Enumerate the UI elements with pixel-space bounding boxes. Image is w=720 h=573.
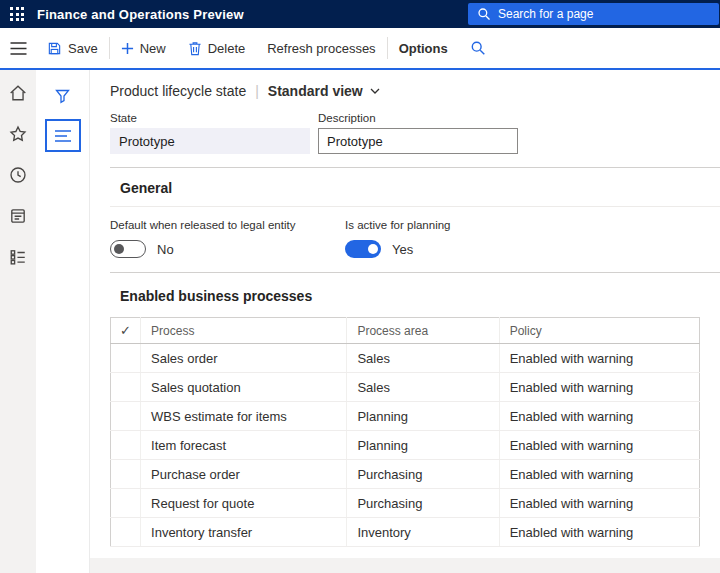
bottom-scrollbar-track[interactable] bbox=[90, 558, 720, 573]
process-area-cell[interactable]: Purchasing bbox=[347, 489, 499, 518]
toggle-knob bbox=[114, 244, 124, 254]
trash-icon bbox=[188, 41, 202, 56]
process-cell[interactable]: Purchase order bbox=[141, 460, 347, 489]
page-header: Product lifecycle state | Standard view bbox=[110, 83, 720, 99]
nav-sidebar bbox=[0, 70, 36, 573]
filter-button[interactable] bbox=[46, 82, 80, 110]
search-icon bbox=[470, 40, 486, 56]
plus-icon bbox=[121, 42, 134, 55]
process-area-column-header[interactable]: Process area bbox=[347, 318, 499, 344]
clock-icon bbox=[9, 166, 27, 184]
page-title: Product lifecycle state bbox=[110, 83, 246, 99]
star-icon bbox=[9, 125, 27, 143]
policy-cell[interactable]: Enabled with warning bbox=[499, 489, 699, 518]
default-legal-entity-toggle[interactable] bbox=[110, 240, 146, 258]
state-field: State bbox=[110, 112, 310, 154]
options-button[interactable]: Options bbox=[388, 28, 459, 68]
header-separator: | bbox=[255, 83, 259, 99]
refresh-processes-label: Refresh processes bbox=[267, 41, 375, 56]
policy-cell[interactable]: Enabled with warning bbox=[499, 431, 699, 460]
state-label: State bbox=[110, 112, 310, 124]
process-area-cell[interactable]: Inventory bbox=[347, 518, 499, 547]
row-select-cell[interactable] bbox=[111, 402, 141, 431]
row-select-cell[interactable] bbox=[111, 431, 141, 460]
main-area: Product lifecycle state | Standard view … bbox=[0, 70, 720, 573]
process-cell[interactable]: Request for quote bbox=[141, 489, 347, 518]
list-lines-icon bbox=[54, 129, 72, 143]
table-row[interactable]: Request for quote Purchasing Enabled wit… bbox=[111, 489, 700, 518]
select-all-column-header[interactable]: ✓ bbox=[111, 318, 141, 344]
process-cell[interactable]: Sales order bbox=[141, 344, 347, 373]
list-view-button-selected[interactable] bbox=[45, 119, 81, 152]
process-area-cell[interactable]: Purchasing bbox=[347, 460, 499, 489]
nav-menu-button[interactable] bbox=[0, 28, 36, 68]
policy-cell[interactable]: Enabled with warning bbox=[499, 344, 699, 373]
process-cell[interactable]: Inventory transfer bbox=[141, 518, 347, 547]
modules-button[interactable] bbox=[8, 247, 28, 267]
save-button[interactable]: Save bbox=[36, 28, 109, 68]
general-section: General Default when released to legal e… bbox=[110, 167, 720, 273]
hamburger-icon bbox=[10, 42, 27, 55]
process-table: ✓ Process Process area Policy Sales orde… bbox=[110, 317, 700, 547]
delete-button[interactable]: Delete bbox=[177, 28, 257, 68]
general-section-header[interactable]: General bbox=[110, 168, 720, 207]
table-header-row: ✓ Process Process area Policy bbox=[111, 318, 700, 344]
favorites-button[interactable] bbox=[8, 124, 28, 144]
table-row[interactable]: Sales quotation Sales Enabled with warni… bbox=[111, 373, 700, 402]
page-search-box[interactable]: Search for a page bbox=[468, 3, 719, 25]
new-button[interactable]: New bbox=[110, 28, 177, 68]
page-side-panel bbox=[36, 70, 90, 573]
search-placeholder: Search for a page bbox=[498, 7, 593, 21]
state-input[interactable] bbox=[110, 128, 310, 154]
description-label: Description bbox=[318, 112, 518, 124]
process-cell[interactable]: Item forecast bbox=[141, 431, 347, 460]
list-tree-icon bbox=[9, 248, 27, 266]
save-icon bbox=[47, 41, 62, 56]
home-icon bbox=[9, 84, 27, 102]
form-window-icon bbox=[9, 207, 27, 225]
general-section-body: Default when released to legal entity No… bbox=[110, 207, 720, 273]
recent-button[interactable] bbox=[8, 165, 28, 185]
action-bar: Save New Delete Refresh processes Option… bbox=[0, 28, 720, 70]
header-fields: State Description bbox=[110, 112, 720, 154]
table-row[interactable]: Inventory transfer Inventory Enabled wit… bbox=[111, 518, 700, 547]
policy-column-header[interactable]: Policy bbox=[499, 318, 699, 344]
view-selector[interactable]: Standard view bbox=[268, 83, 380, 99]
table-row[interactable]: Sales order Sales Enabled with warning bbox=[111, 344, 700, 373]
chevron-down-icon bbox=[370, 88, 380, 94]
row-select-cell[interactable] bbox=[111, 489, 141, 518]
workspaces-button[interactable] bbox=[8, 206, 28, 226]
table-row[interactable]: Purchase order Purchasing Enabled with w… bbox=[111, 460, 700, 489]
new-label: New bbox=[140, 41, 166, 56]
table-row[interactable]: WBS estimate for items Planning Enabled … bbox=[111, 402, 700, 431]
active-for-planning-toggle[interactable] bbox=[345, 240, 381, 258]
row-select-cell[interactable] bbox=[111, 344, 141, 373]
row-select-cell[interactable] bbox=[111, 373, 141, 402]
process-area-cell[interactable]: Planning bbox=[347, 402, 499, 431]
active-for-planning-label: Is active for planning bbox=[345, 219, 580, 231]
process-cell[interactable]: Sales quotation bbox=[141, 373, 347, 402]
policy-cell[interactable]: Enabled with warning bbox=[499, 402, 699, 431]
default-legal-entity-field: Default when released to legal entity No bbox=[110, 219, 345, 258]
description-input[interactable] bbox=[318, 128, 518, 154]
refresh-processes-button[interactable]: Refresh processes bbox=[256, 28, 386, 68]
process-area-cell[interactable]: Planning bbox=[347, 431, 499, 460]
process-area-cell[interactable]: Sales bbox=[347, 344, 499, 373]
save-label: Save bbox=[68, 41, 98, 56]
row-select-cell[interactable] bbox=[111, 460, 141, 489]
table-row[interactable]: Item forecast Planning Enabled with warn… bbox=[111, 431, 700, 460]
top-navbar: Finance and Operations Preview Search fo… bbox=[0, 0, 720, 28]
process-column-header[interactable]: Process bbox=[141, 318, 347, 344]
default-legal-entity-label: Default when released to legal entity bbox=[110, 219, 345, 231]
policy-cell[interactable]: Enabled with warning bbox=[499, 460, 699, 489]
policy-cell[interactable]: Enabled with warning bbox=[499, 373, 699, 402]
home-button[interactable] bbox=[8, 83, 28, 103]
app-launcher-button[interactable] bbox=[0, 0, 34, 28]
toolbar-search-button[interactable] bbox=[459, 28, 497, 68]
processes-section-header[interactable]: Enabled business processes bbox=[110, 273, 720, 317]
active-for-planning-value: Yes bbox=[392, 242, 413, 257]
policy-cell[interactable]: Enabled with warning bbox=[499, 518, 699, 547]
row-select-cell[interactable] bbox=[111, 518, 141, 547]
process-cell[interactable]: WBS estimate for items bbox=[141, 402, 347, 431]
process-area-cell[interactable]: Sales bbox=[347, 373, 499, 402]
